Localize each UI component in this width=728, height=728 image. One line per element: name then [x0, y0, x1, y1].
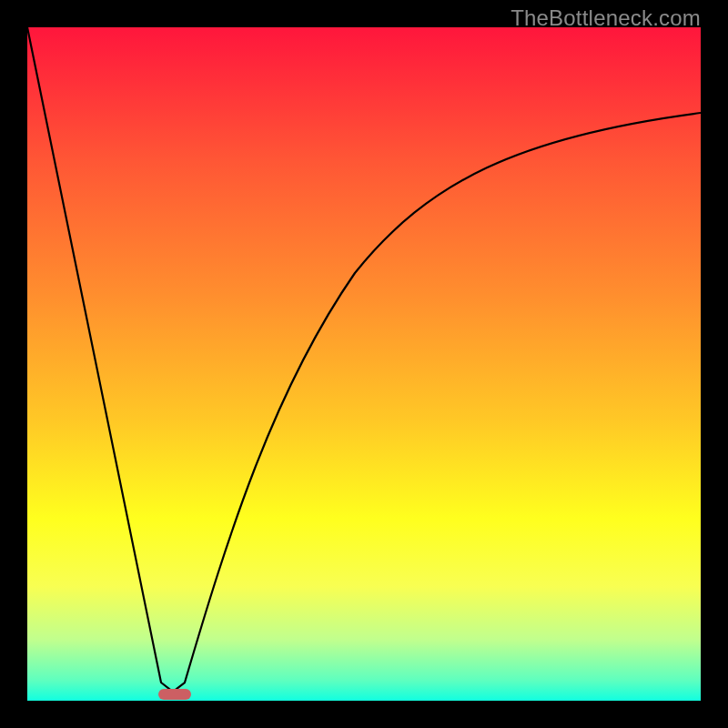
watermark-text: TheBottleneck.com: [511, 5, 701, 31]
optimal-marker: [158, 689, 191, 700]
chart-background: [27, 27, 701, 701]
